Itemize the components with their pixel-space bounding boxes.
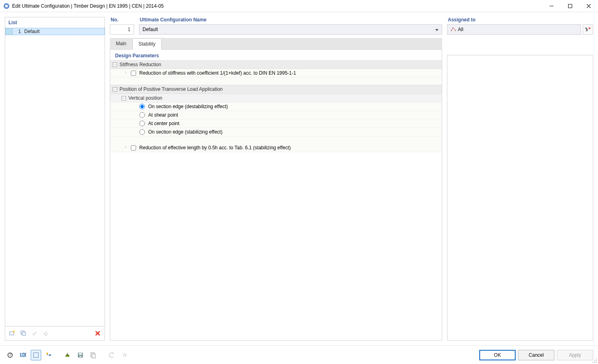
- window-maximize-button[interactable]: [561, 0, 579, 12]
- row-label: At shear point: [148, 112, 178, 118]
- copy-button[interactable]: [88, 350, 99, 360]
- tab-stability[interactable]: Stability: [132, 38, 162, 50]
- function-button: fx: [120, 350, 130, 360]
- config-name-value: Default: [143, 27, 158, 32]
- delete-item-button[interactable]: [92, 328, 103, 339]
- collapse-icon[interactable]: −: [113, 63, 117, 67]
- row-label: On section edge (stabilizing effect): [148, 129, 222, 135]
- svg-rect-23: [49, 354, 51, 356]
- checkbox-stiffness-reduction[interactable]: [131, 71, 136, 76]
- row-stiffness-reduction-coeff[interactable]: └ Reduction of stiffness with coefficien…: [110, 69, 442, 77]
- undo-button: [107, 350, 117, 360]
- checkbox-reduction-effective-length[interactable]: [131, 145, 136, 151]
- svg-point-35: [596, 362, 597, 363]
- svg-text:fx: fx: [123, 352, 127, 358]
- spacer: [110, 136, 442, 144]
- group-header-label: Stiffness Reduction: [120, 62, 161, 67]
- tab-bar: Main Stability: [110, 38, 442, 50]
- list-item-label: Default: [23, 29, 40, 34]
- collapse-icon[interactable]: −: [113, 87, 117, 92]
- pick-assigned-button[interactable]: [583, 24, 593, 35]
- copy-item-button[interactable]: [18, 328, 29, 339]
- assigned-to-select[interactable]: All: [447, 24, 581, 35]
- collapse-icon[interactable]: −: [122, 96, 126, 100]
- bottom-toolbar: ? 0.00 fx OK Cancel Apply: [0, 345, 598, 364]
- list-panel: List 1 Default: [5, 17, 105, 341]
- list-toolbar: [5, 326, 105, 340]
- radio-edge-stabilizing[interactable]: [139, 129, 145, 135]
- svg-point-34: [594, 362, 595, 363]
- svg-point-12: [451, 30, 452, 31]
- list-item[interactable]: 1 Default: [5, 28, 105, 35]
- assigned-panel: Assigned to All: [447, 17, 593, 341]
- no-input[interactable]: [110, 24, 134, 35]
- assigned-to-label: Assigned to: [447, 17, 593, 23]
- save-button[interactable]: [75, 350, 86, 360]
- design-parameters-title: Design Parameters: [110, 50, 442, 60]
- row-center-point[interactable]: At center point: [110, 119, 442, 128]
- units-button[interactable]: 0.00: [18, 350, 28, 360]
- accept-all-button: [41, 328, 51, 339]
- window-title: Edit Ultimate Configuration | Timber Des…: [12, 3, 164, 9]
- config-name-select[interactable]: Default: [139, 24, 442, 35]
- new-item-button[interactable]: [7, 328, 17, 339]
- import-button[interactable]: [62, 350, 73, 360]
- svg-rect-25: [79, 353, 82, 355]
- chevron-down-icon: [435, 27, 439, 32]
- group-positive-load[interactable]: − Position of Positive Transverse Load A…: [110, 85, 442, 94]
- svg-text:?: ?: [9, 352, 12, 358]
- view-mode-button[interactable]: [31, 350, 41, 360]
- group-header-label: Position of Positive Transverse Load App…: [120, 86, 222, 92]
- subgroup-vertical-position[interactable]: − Vertical position: [110, 94, 442, 103]
- tree-connector-icon: └: [124, 71, 127, 75]
- svg-point-31: [594, 360, 595, 361]
- svg-point-32: [596, 360, 597, 361]
- window-close-button[interactable]: [579, 0, 598, 12]
- window-minimize-button[interactable]: [542, 0, 561, 12]
- cancel-button[interactable]: Cancel: [518, 350, 554, 360]
- svg-rect-21: [34, 353, 38, 358]
- help-button[interactable]: ?: [5, 350, 15, 360]
- tab-main[interactable]: Main: [110, 38, 132, 49]
- row-shear-point[interactable]: At shear point: [110, 111, 442, 119]
- no-label: No.: [110, 17, 134, 23]
- resize-grip-icon[interactable]: [592, 358, 597, 363]
- row-edge-stabilizing[interactable]: On section edge (stabilizing effect): [110, 128, 442, 136]
- radio-edge-destabilizing[interactable]: [139, 104, 145, 109]
- svg-rect-3: [569, 4, 572, 8]
- list-header: List: [5, 17, 105, 28]
- radio-shear-point[interactable]: [139, 112, 145, 118]
- spacer: [110, 77, 442, 85]
- subgroup-label: Vertical position: [128, 95, 162, 101]
- assigned-to-value: All: [458, 27, 463, 32]
- svg-rect-22: [46, 353, 48, 354]
- app-icon: [3, 3, 10, 9]
- tab-content-stability: Design Parameters − Stiffness Reduction …: [110, 50, 442, 341]
- apply-button: Apply: [557, 350, 593, 360]
- ok-button[interactable]: OK: [479, 350, 516, 360]
- row-label: On section edge (destabilizing effect): [148, 104, 228, 109]
- row-label: At center point: [148, 121, 179, 126]
- row-reduction-effective-length[interactable]: └ Reduction of effective length by 0.5h …: [110, 144, 442, 152]
- svg-rect-26: [79, 356, 82, 357]
- tree-mode-button[interactable]: [44, 350, 54, 360]
- svg-point-7: [13, 331, 15, 333]
- svg-rect-28: [92, 354, 95, 358]
- main-panel: No. Ultimate Configuration Name Default …: [110, 17, 442, 341]
- svg-rect-1: [5, 5, 8, 7]
- svg-rect-9: [22, 332, 25, 335]
- svg-point-30: [596, 359, 597, 360]
- config-name-label: Ultimate Configuration Name: [139, 17, 442, 23]
- row-label: Reduction of stiffness with coefficient …: [139, 70, 296, 76]
- group-stiffness-reduction[interactable]: − Stiffness Reduction: [110, 60, 442, 69]
- radio-center-point[interactable]: [139, 121, 145, 126]
- svg-point-33: [593, 362, 594, 363]
- list-body[interactable]: 1 Default: [5, 28, 105, 326]
- row-edge-destabilizing[interactable]: On section edge (destabilizing effect): [110, 103, 442, 111]
- row-label: Reduction of effective length by 0.5h ac…: [139, 145, 291, 151]
- preview-area: [447, 55, 593, 341]
- svg-text:0.00: 0.00: [20, 352, 26, 358]
- svg-point-13: [455, 30, 456, 31]
- tree-connector-icon: └: [124, 146, 127, 150]
- list-item-number: 1: [13, 29, 23, 34]
